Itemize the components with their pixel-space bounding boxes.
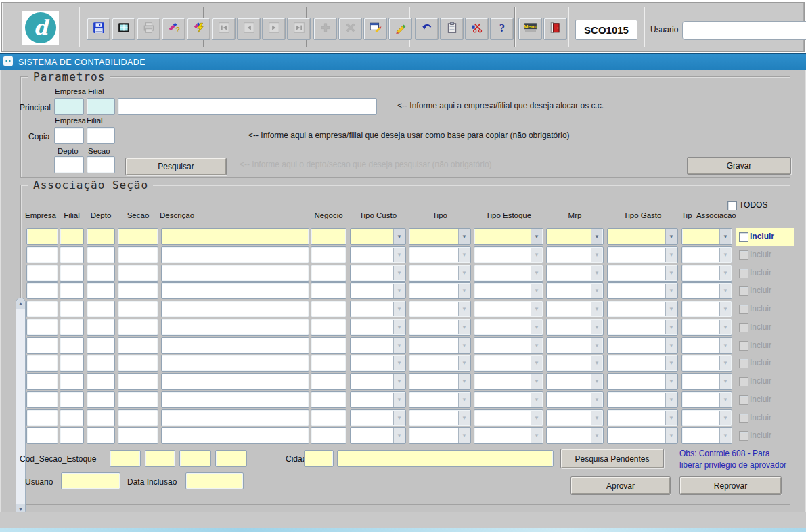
row3-tipo-estoque-field[interactable]: ▼ — [474, 265, 543, 282]
row11-tip-associacao-field[interactable]: ▼ — [681, 409, 732, 426]
row11-descri-o-field[interactable] — [161, 409, 309, 426]
row3-tipo-custo-field[interactable]: ▼ — [350, 265, 406, 282]
row8-negocio-field[interactable] — [311, 355, 346, 372]
row6-tip-associacao-field[interactable]: ▼ — [681, 319, 732, 336]
row12-descri-o-field[interactable] — [161, 427, 309, 444]
previous-record-button[interactable] — [237, 18, 261, 40]
row5-secao-field[interactable] — [118, 301, 158, 317]
row8-depto-field[interactable] — [87, 355, 115, 372]
dropdown-arrow-icon[interactable]: ▼ — [665, 229, 677, 244]
row10-depto-field[interactable] — [87, 391, 115, 408]
row12-tipo-estoque-field[interactable]: ▼ — [474, 427, 543, 444]
row2-depto-field[interactable] — [87, 246, 115, 263]
dropdown-arrow-icon[interactable]: ▼ — [591, 229, 602, 244]
save-button[interactable] — [87, 18, 110, 40]
row10-secao-field[interactable] — [118, 391, 158, 408]
row2-tipo-field[interactable]: ▼ — [409, 246, 471, 263]
row10-tipo-custo-field[interactable]: ▼ — [350, 391, 406, 408]
row8-tipo-estoque-field[interactable]: ▼ — [474, 355, 543, 372]
row4-negocio-field[interactable] — [311, 282, 346, 299]
row8-filial-field[interactable] — [60, 355, 84, 372]
row6-negocio-field[interactable] — [311, 319, 346, 336]
row1-negocio-field[interactable] — [311, 228, 346, 245]
row9-empresa-field[interactable] — [26, 373, 58, 390]
edit-field-button[interactable] — [388, 18, 412, 40]
row6-depto-field[interactable] — [87, 319, 115, 336]
row3-mrp-field[interactable]: ▼ — [546, 265, 604, 282]
delete-record-button[interactable] — [338, 18, 362, 40]
row6-secao-field[interactable] — [118, 319, 158, 336]
row8-mrp-field[interactable]: ▼ — [546, 355, 604, 372]
row9-filial-field[interactable] — [60, 373, 84, 390]
secao-field[interactable] — [87, 156, 115, 173]
row11-tipo-gasto-field[interactable]: ▼ — [607, 409, 678, 426]
row3-negocio-field[interactable] — [311, 265, 346, 282]
print-button[interactable] — [137, 18, 160, 40]
principal-filial-field[interactable] — [87, 98, 115, 115]
row4-tipo-estoque-field[interactable]: ▼ — [474, 282, 543, 299]
row6-descri-o-field[interactable] — [161, 319, 309, 336]
insert-record-button[interactable] — [313, 18, 337, 40]
dropdown-arrow-icon[interactable]: ▼ — [531, 229, 542, 244]
row11-depto-field[interactable] — [87, 409, 115, 426]
enter-query-button[interactable]: ? — [162, 18, 185, 40]
row2-tip-associacao-field[interactable]: ▼ — [681, 246, 732, 263]
row5-negocio-field[interactable] — [311, 301, 346, 317]
row11-tipo-field[interactable]: ▼ — [409, 409, 471, 426]
row5-tipo-gasto-field[interactable]: ▼ — [607, 301, 678, 317]
row3-tipo-field[interactable]: ▼ — [409, 265, 471, 282]
edit-record-button[interactable] — [363, 18, 387, 40]
row4-tipo-custo-field[interactable]: ▼ — [350, 282, 406, 299]
row9-mrp-field[interactable]: ▼ — [546, 373, 604, 390]
next-record-button[interactable] — [262, 18, 286, 40]
row3-secao-field[interactable] — [118, 265, 158, 282]
copia-empresa-field[interactable] — [54, 127, 84, 144]
row11-filial-field[interactable] — [60, 409, 84, 426]
principal-descricao-field[interactable] — [118, 98, 377, 115]
row10-mrp-field[interactable]: ▼ — [546, 391, 604, 408]
row12-filial-field[interactable] — [60, 427, 84, 444]
row7-tip-associacao-field[interactable]: ▼ — [681, 337, 732, 354]
row9-depto-field[interactable] — [87, 373, 115, 390]
depto-field[interactable] — [54, 156, 84, 173]
row5-tip-associacao-field[interactable]: ▼ — [681, 301, 732, 317]
reprovar-button[interactable]: Reprovar — [679, 476, 782, 495]
row3-filial-field[interactable] — [60, 265, 84, 282]
row1-incluir-checkbox[interactable] — [739, 232, 748, 242]
row2-negocio-field[interactable] — [311, 246, 346, 263]
row4-secao-field[interactable] — [118, 282, 158, 299]
row3-tipo-gasto-field[interactable]: ▼ — [607, 265, 678, 282]
row7-tipo-custo-field[interactable]: ▼ — [350, 337, 406, 354]
row6-tipo-estoque-field[interactable]: ▼ — [474, 319, 543, 336]
row12-secao-field[interactable] — [118, 427, 158, 444]
pesquisar-button[interactable]: Pesquisar — [125, 158, 227, 175]
row7-tipo-estoque-field[interactable]: ▼ — [474, 337, 543, 354]
row5-depto-field[interactable] — [87, 301, 115, 317]
row10-tipo-estoque-field[interactable]: ▼ — [474, 391, 543, 408]
row3-tip-associacao-field[interactable]: ▼ — [681, 265, 732, 282]
row4-tipo-gasto-field[interactable]: ▼ — [607, 282, 678, 299]
row2-tipo-custo-field[interactable]: ▼ — [350, 246, 406, 263]
row4-filial-field[interactable] — [60, 282, 84, 299]
row8-tip-associacao-field[interactable]: ▼ — [681, 355, 732, 372]
row7-tipo-field[interactable]: ▼ — [409, 337, 471, 354]
row6-tipo-gasto-field[interactable]: ▼ — [607, 319, 678, 336]
row4-depto-field[interactable] — [87, 282, 115, 299]
row6-empresa-field[interactable] — [26, 319, 58, 336]
menu-button[interactable]: Menu — [518, 18, 542, 40]
row1-secao-field[interactable] — [118, 228, 158, 245]
todos-checkbox[interactable] — [727, 201, 737, 210]
row10-tipo-gasto-field[interactable]: ▼ — [607, 391, 678, 408]
row6-filial-field[interactable] — [60, 319, 84, 336]
row8-descri-o-field[interactable] — [161, 355, 309, 372]
exit-button[interactable] — [543, 18, 567, 40]
row11-tipo-custo-field[interactable]: ▼ — [350, 409, 406, 426]
row8-tipo-custo-field[interactable]: ▼ — [350, 355, 406, 372]
principal-empresa-field[interactable] — [54, 98, 84, 115]
cut-button[interactable] — [465, 18, 489, 40]
row2-descri-o-field[interactable] — [161, 246, 309, 263]
row7-secao-field[interactable] — [118, 337, 158, 354]
execute-query-button[interactable] — [187, 18, 210, 40]
row8-tipo-gasto-field[interactable]: ▼ — [607, 355, 678, 372]
row4-tip-associacao-field[interactable]: ▼ — [681, 282, 732, 299]
